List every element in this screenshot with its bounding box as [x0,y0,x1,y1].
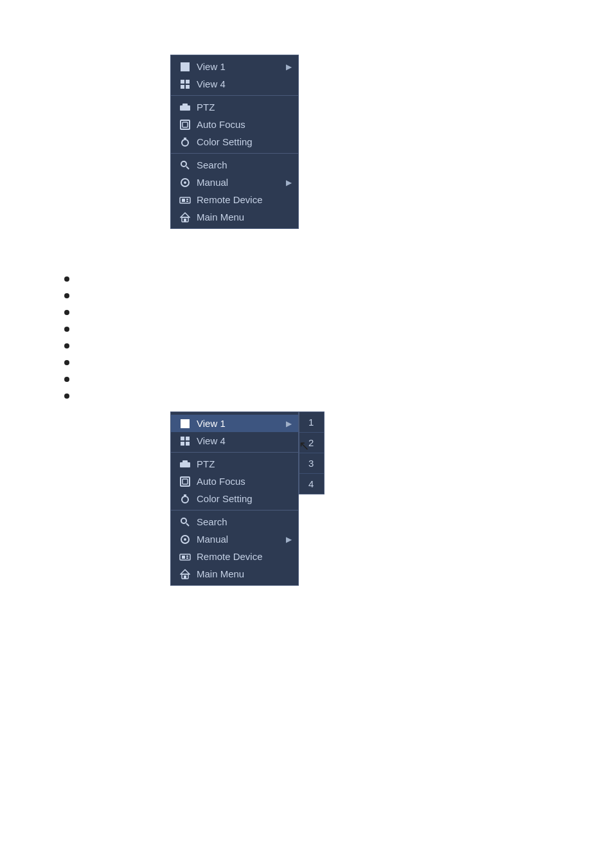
menu-item-autofocus-1[interactable]: Auto Focus [171,116,298,133]
search-icon-1 [179,160,191,170]
menu-item-ptz-2[interactable]: PTZ [171,455,298,473]
menu-item-view4-1[interactable]: View 4 [171,75,298,93]
submenu-item-3[interactable]: 3 [299,453,324,474]
submenu-item-4[interactable]: 4 [299,474,324,494]
svg-rect-0 [180,105,190,111]
menu-section-tools-2: Search Manual ▶ [171,511,298,585]
ptz-icon-1 [179,103,191,112]
bullet-3 [64,310,69,315]
view4-icon-1 [179,80,191,89]
mainmenu-icon-1 [179,212,191,222]
svg-point-25 [181,518,186,523]
remotedevice-icon-1 [179,195,191,204]
bullet-7 [64,377,69,382]
svg-point-7 [181,161,186,167]
autofocus-label-2: Auto Focus [197,476,290,487]
menu-item-view1-1[interactable]: View 1 ▶ [171,58,298,75]
svg-rect-12 [182,199,185,202]
search-label-2: Search [197,516,290,527]
menu-item-manual-1[interactable]: Manual ▶ [171,174,298,191]
autofocus-icon-1 [179,120,191,130]
svg-marker-15 [181,213,190,217]
menu-item-colorsetting-2[interactable]: Color Setting [171,490,298,507]
manual-icon-2 [179,534,191,545]
bullet-2 [64,293,69,298]
manual-icon-1 [179,177,191,188]
svg-rect-35 [184,575,186,579]
menu-item-autofocus-2[interactable]: Auto Focus [171,473,298,490]
svg-rect-19 [182,460,188,463]
submenu-item-1[interactable]: 1 [299,412,324,433]
svg-point-28 [184,538,186,541]
svg-rect-21 [182,479,188,484]
search-label-1: Search [197,159,290,170]
menu-section-tools-1: Search Manual ▶ [171,154,298,228]
menu-item-remotedevice-1[interactable]: Remote Device [171,191,298,208]
view1-arrow-1: ▶ [286,62,292,71]
svg-rect-14 [186,201,188,202]
menu-item-remotedevice-2[interactable]: Remote Device [171,548,298,565]
manual-label-2: Manual [197,534,290,545]
colorsetting-icon-1 [179,137,191,147]
menu-item-mainmenu-1[interactable]: Main Menu [171,208,298,226]
mainmenu-label-1: Main Menu [197,212,290,222]
ptz-icon-2 [179,460,191,469]
menu-item-mainmenu-2[interactable]: Main Menu [171,565,298,583]
view4-label-1: View 4 [197,78,290,89]
svg-rect-32 [186,557,188,559]
remotedevice-label-1: Remote Device [197,194,290,205]
view4-icon-2 [179,437,191,446]
remotedevice-icon-2 [179,552,191,561]
bullet-8 [64,393,69,399]
menu-section-views-1: View 1 ▶ View 4 [171,55,298,96]
svg-rect-2 [181,120,190,129]
menu-section-camera-1: PTZ Auto Focus [171,96,298,154]
menu-panel-2: View 1 ▶ ↖ View 4 [170,411,299,586]
svg-marker-33 [181,570,190,574]
menu-item-colorsetting-1[interactable]: Color Setting [171,133,298,150]
colorsetting-label-2: Color Setting [197,493,290,504]
menu-panel-1: View 1 ▶ View 4 [170,55,299,229]
menu-item-view1-2[interactable]: View 1 ▶ ↖ [171,415,298,432]
svg-rect-30 [182,556,185,559]
svg-point-10 [184,181,186,184]
autofocus-icon-2 [179,476,191,487]
manual-label-1: Manual [197,177,290,188]
search-icon-2 [179,517,191,527]
svg-point-22 [182,496,188,503]
submenu-item-2[interactable]: 2 [299,433,324,453]
submenu-panel: 1 2 3 4 [299,411,324,494]
menu-section-views-2: View 1 ▶ ↖ View 4 [171,412,298,453]
bullet-6 [64,360,69,365]
menu-item-search-1[interactable]: Search [171,156,298,174]
svg-point-4 [182,140,188,146]
colorsetting-label-1: Color Setting [197,136,290,147]
ptz-label-2: PTZ [197,458,290,469]
ptz-label-1: PTZ [197,102,290,113]
context-menu-1: View 1 ▶ View 4 [170,55,299,229]
svg-rect-31 [186,556,188,557]
svg-rect-20 [181,477,190,486]
svg-line-8 [186,167,189,169]
manual-arrow-1: ▶ [286,178,292,187]
manual-arrow-2: ▶ [286,535,292,544]
svg-rect-17 [184,219,186,222]
svg-rect-13 [186,199,188,200]
colorsetting-icon-2 [179,494,191,504]
menu-item-view4-2[interactable]: View 4 [171,432,298,449]
menu-item-ptz-1[interactable]: PTZ [171,98,298,116]
svg-line-26 [186,523,189,526]
autofocus-label-1: Auto Focus [197,119,290,130]
bullet-4 [64,327,69,332]
menu-item-search-2[interactable]: Search [171,513,298,530]
view4-label-2: View 4 [197,435,290,446]
menu-section-camera-2: PTZ Auto Focus [171,453,298,511]
menu-item-manual-2[interactable]: Manual ▶ [171,530,298,548]
svg-rect-3 [182,122,188,127]
mainmenu-label-2: Main Menu [197,568,290,579]
view1-arrow-2: ▶ [286,419,292,428]
svg-rect-18 [180,462,190,467]
remotedevice-label-2: Remote Device [197,551,290,562]
mainmenu-icon-2 [179,569,191,579]
view1-icon-2 [179,419,191,428]
